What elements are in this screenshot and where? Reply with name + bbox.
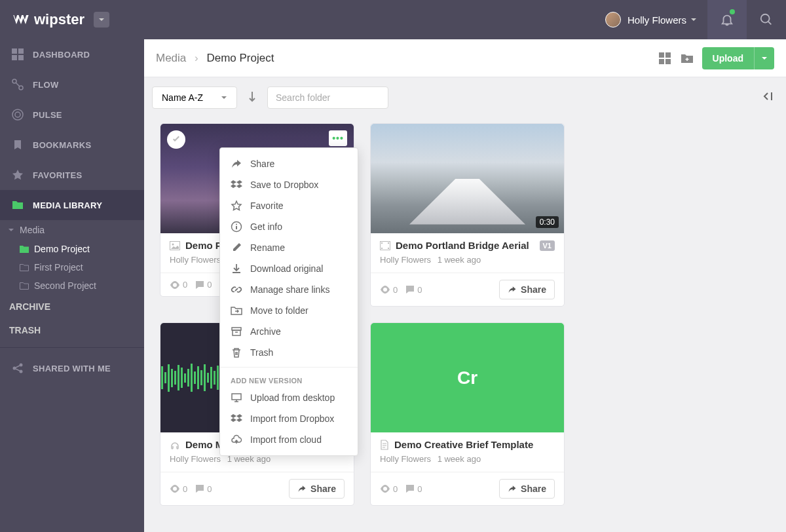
user-name: Holly Flowers [627, 14, 686, 26]
menu-import-dropbox[interactable]: Import from Dropbox [220, 408, 358, 429]
notification-dot [730, 9, 735, 14]
upload-dropdown[interactable] [754, 47, 774, 69]
comment-icon [195, 280, 204, 290]
tree-root-media[interactable]: Media [0, 220, 144, 240]
svg-rect-15 [665, 59, 671, 64]
main-content: Media › Demo Project Upload Name A-Z [144, 0, 786, 532]
nav-flow[interactable]: FLOW [0, 69, 144, 100]
nav-dashboard[interactable]: DASHBOARD [0, 39, 144, 69]
media-card[interactable]: Cr Demo Creative Brief Template V1 Holly… [370, 322, 565, 506]
views-stat: 0 [380, 285, 398, 295]
card-meta: Holly Flowers 1 week ago [380, 255, 555, 265]
chevron-down-icon [221, 94, 227, 101]
project-tree: Demo Project First Project Second Projec… [0, 240, 144, 295]
download-icon [231, 263, 242, 275]
breadcrumb-root[interactable]: Media [156, 52, 186, 64]
share-button[interactable]: Share [499, 280, 555, 299]
star-icon [12, 169, 24, 181]
menu-section-header: ADD NEW VERSION [220, 371, 358, 387]
card-meta: Holly Flowers 1 week ago [380, 454, 555, 464]
toolbar: Name A-Z [144, 77, 786, 118]
eye-icon [380, 286, 390, 294]
project-second[interactable]: Second Project [20, 276, 144, 295]
comment-icon [405, 285, 415, 294]
media-card[interactable]: 0:30 Demo Portland Bridge Aerial V1 Holl… [370, 123, 565, 307]
search-button[interactable] [747, 0, 786, 39]
share-button[interactable]: Share [289, 479, 345, 499]
project-first[interactable]: First Project [20, 258, 144, 276]
dropbox-icon [231, 179, 242, 191]
menu-save-dropbox[interactable]: Save to Dropbox [220, 174, 358, 195]
dashboard-icon [12, 48, 24, 60]
sort-select[interactable]: Name A-Z [152, 86, 237, 109]
share-icon [12, 362, 24, 374]
search-icon [759, 12, 774, 27]
comments-stat: 0 [405, 484, 422, 494]
grid-view-button[interactable] [658, 51, 672, 66]
menu-rename[interactable]: Rename [220, 237, 358, 258]
menu-favorite[interactable]: Favorite [220, 195, 358, 216]
chevron-left-bar-icon [761, 90, 773, 102]
folder-icon [20, 263, 29, 271]
media-card[interactable]: ••• Demo Po Holly Flowers 1 week ago [160, 123, 354, 297]
brand-logo[interactable]: wipster [12, 10, 84, 29]
project-demo[interactable]: Demo Project [20, 240, 144, 258]
breadcrumb-current: Demo Project [206, 52, 274, 64]
nav-bookmarks[interactable]: BOOKMARKS [0, 130, 144, 160]
notifications-button[interactable] [707, 0, 747, 39]
nav-archive[interactable]: ARCHIVE [0, 295, 144, 318]
video-icon [380, 241, 390, 250]
nav-shared[interactable]: SHARED WITH ME [0, 353, 144, 383]
card-thumbnail: Cr [371, 323, 564, 432]
menu-archive[interactable]: Archive [220, 321, 358, 342]
svg-rect-3 [12, 55, 17, 60]
bell-icon [720, 12, 734, 27]
comments-stat: 0 [405, 285, 422, 295]
nav-media-library[interactable]: MEDIA LIBRARY [0, 190, 144, 220]
svg-point-7 [12, 109, 23, 120]
team-selector[interactable] [94, 12, 109, 28]
svg-point-0 [761, 14, 770, 23]
folder-icon [20, 282, 29, 290]
new-folder-button[interactable] [680, 51, 694, 66]
share-button[interactable]: Share [499, 479, 555, 499]
svg-rect-12 [659, 52, 664, 58]
svg-rect-22 [233, 330, 240, 335]
desktop-icon [231, 392, 242, 404]
card-more-button[interactable]: ••• [329, 130, 347, 146]
menu-trash[interactable]: Trash [220, 342, 358, 363]
pulse-icon [12, 109, 24, 121]
menu-upload-desktop[interactable]: Upload from desktop [220, 387, 358, 408]
svg-rect-2 [18, 48, 24, 54]
menu-download[interactable]: Download original [220, 258, 358, 279]
share-arrow-icon [508, 484, 517, 493]
chevron-down-icon [98, 16, 105, 23]
comment-icon [195, 484, 204, 493]
svg-rect-25 [381, 242, 383, 244]
nav-pulse[interactable]: PULSE [0, 100, 144, 130]
svg-rect-13 [665, 52, 671, 58]
folder-plus-icon [681, 52, 694, 64]
upload-button[interactable]: Upload [702, 47, 774, 69]
menu-share[interactable]: Share [220, 153, 358, 174]
card-title: Demo Portland Bridge Aerial V1 [380, 240, 555, 251]
views-stat: 0 [170, 280, 187, 290]
menu-import-cloud[interactable]: Import from cloud [220, 429, 358, 450]
chevron-down-icon [690, 16, 697, 23]
menu-info[interactable]: Get info [220, 216, 358, 237]
nav-trash[interactable]: TRASH [0, 318, 144, 342]
svg-rect-28 [388, 248, 389, 249]
folder-icon [12, 199, 24, 211]
svg-point-10 [20, 364, 23, 367]
collapse-panel-button[interactable] [761, 90, 773, 105]
header-right: Holly Flowers [595, 0, 786, 39]
svg-rect-14 [659, 59, 664, 64]
search-input[interactable] [267, 86, 388, 109]
menu-manage-links[interactable]: Manage share links [220, 279, 358, 300]
user-menu[interactable]: Holly Flowers [595, 12, 707, 28]
menu-move[interactable]: Move to folder [220, 300, 358, 321]
check-icon [171, 134, 181, 145]
sort-direction-button[interactable] [244, 86, 261, 109]
nav-favorites[interactable]: FAVORITES [0, 160, 144, 190]
version-badge: V1 [540, 240, 555, 251]
